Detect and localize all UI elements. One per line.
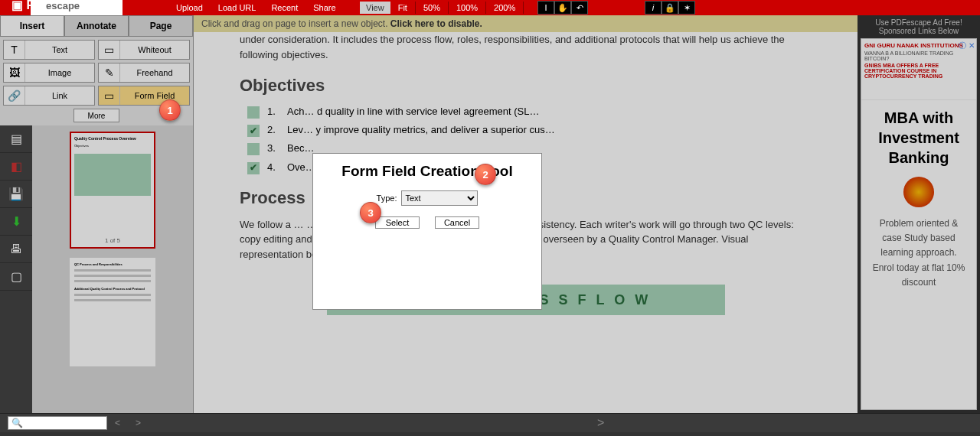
more-button[interactable]: More bbox=[74, 109, 119, 122]
insert-whiteout-button[interactable]: ▭ Whiteout bbox=[98, 40, 190, 60]
callout-3: 3 bbox=[360, 202, 381, 223]
tab-page[interactable]: Page bbox=[129, 15, 193, 37]
objective-text: Lev… y improve quality metrics, and deli… bbox=[287, 123, 555, 137]
check-icon: ✔ bbox=[247, 125, 260, 137]
topbar: ▣ PDFescape Upload Load URL Recent Share… bbox=[0, 0, 980, 15]
ad-header-line2: Sponsored Links Below bbox=[861, 27, 977, 35]
objective-text: Bec… bbox=[287, 142, 314, 155]
ad-sub: GNIBS MBA OFFERS A FREE CERTIFICATION CO… bbox=[864, 63, 973, 79]
ad-header: Use PDFescape Ad Free! Sponsored Links B… bbox=[858, 15, 980, 38]
freehand-icon: ✎ bbox=[99, 63, 120, 82]
zoom-100[interactable]: 100% bbox=[449, 2, 486, 14]
objective-number: 2. bbox=[267, 123, 279, 137]
check-icon bbox=[247, 143, 260, 155]
objective-number: 3. bbox=[267, 142, 279, 155]
search-box: 🔍 bbox=[8, 416, 107, 430]
insert-image-button[interactable]: 🖼 Image bbox=[3, 63, 95, 83]
callout-1: 1 bbox=[159, 99, 181, 121]
hint-text: Click and drag on page to insert a new o… bbox=[201, 18, 390, 29]
insert-whiteout-label: Whiteout bbox=[120, 45, 189, 54]
insert-text-button[interactable]: T Text bbox=[3, 40, 95, 60]
zoom-50[interactable]: 50% bbox=[416, 2, 449, 14]
whiteout-icon: ▭ bbox=[99, 41, 120, 59]
callout-2: 2 bbox=[475, 164, 496, 185]
ad-box[interactable]: ⓘ ✕ GNI GURU NANAK INSTITUTIONS WANNA B … bbox=[861, 38, 977, 410]
modal-type-label: Type: bbox=[377, 194, 397, 203]
search-prev[interactable]: < bbox=[115, 418, 120, 428]
form-field-modal: Form Field Creation Tool Type: Text Sele… bbox=[312, 153, 542, 310]
insert-link-label: Link bbox=[25, 91, 94, 100]
objective-text: Ach… d quality in line with service leve… bbox=[287, 105, 539, 119]
thumb-page-1[interactable]: Quality Control Process Overview Objecti… bbox=[70, 132, 155, 249]
pdf-icon[interactable]: ◧ bbox=[0, 153, 32, 181]
ad-close-icon[interactable]: ⓘ ✕ bbox=[959, 41, 975, 51]
top-links: Upload Load URL Recent Share bbox=[176, 3, 336, 12]
modal-cancel-button[interactable]: Cancel bbox=[435, 216, 479, 229]
left-panel: Insert Annotate Page T Text ▭ Whiteout 🖼… bbox=[0, 15, 194, 413]
page-next[interactable]: > bbox=[597, 416, 604, 430]
pages-icon[interactable]: ▤ bbox=[0, 125, 32, 153]
ad-badge-icon bbox=[903, 177, 934, 207]
sidebar-icons: ▤ ◧ 💾 ⬇ 🖶 ▢ bbox=[0, 125, 32, 413]
modal-type-select[interactable]: Text bbox=[401, 190, 478, 206]
thumb-page-2[interactable]: QC Process and Responsibilities Addition… bbox=[70, 258, 155, 366]
objective-number: 1. bbox=[267, 105, 279, 119]
formfield-icon: ▭ bbox=[99, 86, 120, 105]
thumb-page-label: 1 of 5 bbox=[74, 237, 151, 244]
ad-tagline: WANNA B A BILLIONAIRE TRADING BITCOIN? bbox=[864, 50, 973, 61]
ad-header-line1: Use PDFescape Ad Free! bbox=[861, 18, 977, 27]
settings-icon[interactable]: ✶ bbox=[678, 1, 695, 15]
search-next[interactable]: > bbox=[136, 418, 141, 428]
objectives-heading: Objectives bbox=[240, 76, 812, 96]
text-cursor-icon[interactable]: I bbox=[537, 1, 554, 15]
link-icon: 🔗 bbox=[4, 86, 25, 105]
insert-text-label: Text bbox=[25, 45, 94, 54]
recent-link[interactable]: Recent bbox=[271, 3, 298, 12]
hint-bar: Click and drag on page to insert a new o… bbox=[194, 15, 858, 32]
undo-icon[interactable]: ↶ bbox=[571, 1, 588, 15]
objective-number: 4. bbox=[267, 161, 279, 174]
image-icon: 🖼 bbox=[4, 63, 25, 82]
info-icon[interactable]: i bbox=[645, 1, 662, 15]
modal-title: Form Field Creation Tool bbox=[322, 163, 532, 180]
objective-item: 1.Ach… d quality in line with service le… bbox=[247, 105, 812, 119]
insert-link-button[interactable]: 🔗 Link bbox=[3, 86, 95, 106]
check-icon bbox=[247, 106, 260, 119]
ad-title: MBA with Investment Banking bbox=[869, 108, 969, 168]
zoom-200[interactable]: 200% bbox=[486, 2, 524, 14]
ad-brand: GNI GURU NANAK INSTITUTIONS bbox=[864, 42, 973, 49]
redo-icon[interactable] bbox=[588, 1, 605, 15]
upload-link[interactable]: Upload bbox=[176, 3, 203, 12]
tab-annotate[interactable]: Annotate bbox=[64, 15, 129, 37]
modal-select-button[interactable]: Select bbox=[375, 216, 420, 229]
view-label: View bbox=[360, 2, 390, 14]
zoom-fit[interactable]: Fit bbox=[390, 2, 416, 14]
app-logo: ▣ PDFescape bbox=[8, 0, 122, 15]
objective-item: ✔2.Lev… y improve quality metrics, and d… bbox=[247, 123, 812, 137]
insert-freehand-label: Freehand bbox=[120, 68, 189, 77]
thumbnail-panel: Quality Control Process Overview Objecti… bbox=[32, 125, 193, 413]
intro-paragraph: under consideration. It includes the pro… bbox=[240, 32, 812, 62]
insert-formfield-label: Form Field bbox=[120, 91, 189, 100]
hand-tool-icon[interactable]: ✋ bbox=[554, 1, 571, 15]
lock-icon[interactable]: 🔒 bbox=[662, 1, 678, 15]
tab-insert[interactable]: Insert bbox=[0, 15, 64, 37]
save-icon[interactable]: 💾 bbox=[0, 181, 32, 208]
print-icon[interactable]: 🖶 bbox=[0, 236, 32, 263]
text-icon: T bbox=[4, 41, 25, 59]
ad-panel: Use PDFescape Ad Free! Sponsored Links B… bbox=[858, 15, 980, 413]
hint-disable-link[interactable]: Click here to disable. bbox=[390, 18, 482, 29]
download-icon[interactable]: ⬇ bbox=[0, 208, 32, 236]
ad-desc: Problem oriented & case Study based lear… bbox=[869, 216, 969, 290]
window-icon[interactable]: ▢ bbox=[0, 263, 32, 291]
load-url-link[interactable]: Load URL bbox=[218, 3, 256, 12]
search-icon: 🔍 bbox=[8, 418, 26, 428]
share-link[interactable]: Share bbox=[313, 3, 335, 12]
search-input[interactable] bbox=[26, 418, 103, 428]
insert-image-label: Image bbox=[25, 68, 94, 77]
insert-freehand-button[interactable]: ✎ Freehand bbox=[98, 63, 190, 83]
footer-bar: 🔍 < > > bbox=[0, 413, 980, 432]
check-icon: ✔ bbox=[247, 162, 260, 174]
